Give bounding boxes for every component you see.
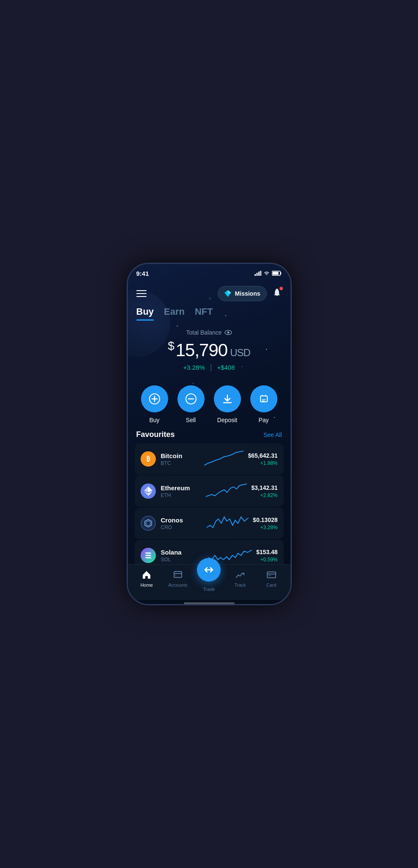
buy-button[interactable]: Buy bbox=[141, 385, 168, 423]
svg-marker-17 bbox=[144, 486, 148, 492]
notification-dot bbox=[280, 287, 283, 290]
btc-icon: ₿ bbox=[141, 451, 156, 467]
balance-change: +3.28% | +$408 bbox=[136, 363, 282, 372]
favourites-section: Favourites See All ₿ Bitcoin BTC bbox=[128, 430, 291, 564]
sol-icon bbox=[141, 548, 156, 563]
diamond-icon bbox=[224, 290, 232, 297]
cro-price: $0.13028 +3.28% bbox=[253, 516, 277, 530]
card-icon bbox=[266, 570, 277, 580]
crypto-item-cro[interactable]: Cronos CRO $0.13028 +3.28% bbox=[135, 508, 284, 539]
home-indicator bbox=[184, 602, 235, 604]
svg-marker-18 bbox=[148, 486, 152, 492]
nav-home-label: Home bbox=[141, 582, 153, 588]
phone-screen: 9:41 bbox=[128, 264, 291, 604]
nav-trade-label: Trade bbox=[203, 587, 215, 592]
home-icon bbox=[141, 570, 152, 580]
svg-rect-2 bbox=[258, 272, 260, 276]
cro-chart bbox=[207, 513, 249, 534]
balance-amount: $15,790USD bbox=[136, 339, 282, 360]
phone-frame: 9:41 bbox=[127, 263, 292, 605]
cro-name: Cronos bbox=[161, 516, 203, 524]
nav-accounts[interactable]: Accounts bbox=[166, 570, 190, 588]
hamburger-menu[interactable] bbox=[136, 290, 147, 297]
tab-earn[interactable]: Earn bbox=[164, 306, 185, 321]
header-right: Missions bbox=[218, 286, 282, 301]
tab-nft[interactable]: NFT bbox=[195, 306, 213, 321]
cro-icon bbox=[141, 516, 156, 531]
eth-info: Ethereum ETH bbox=[161, 484, 202, 498]
status-icons bbox=[255, 271, 282, 276]
svg-rect-1 bbox=[256, 273, 257, 276]
nav-track[interactable]: Track bbox=[228, 570, 252, 588]
sell-button[interactable]: Sell bbox=[177, 385, 205, 423]
svg-rect-5 bbox=[272, 272, 278, 275]
sol-price: $153.48 +0.59% bbox=[256, 549, 278, 563]
svg-rect-27 bbox=[267, 572, 276, 578]
tab-buy[interactable]: Buy bbox=[136, 306, 154, 321]
nav-trade[interactable]: Trade bbox=[197, 558, 221, 592]
percent-change: +3.28% bbox=[183, 364, 205, 371]
missions-label: Missions bbox=[235, 290, 260, 297]
sell-icon bbox=[185, 393, 197, 405]
svg-rect-23 bbox=[174, 571, 182, 577]
favourites-title: Favourites bbox=[136, 430, 175, 439]
eth-icon bbox=[141, 483, 156, 499]
eth-price: $3,142.31 +2.82% bbox=[251, 484, 277, 498]
svg-marker-20 bbox=[148, 492, 152, 496]
deposit-button[interactable]: Deposit bbox=[214, 385, 241, 423]
missions-button[interactable]: Missions bbox=[218, 286, 267, 301]
btc-info: Bitcoin BTC bbox=[161, 452, 200, 466]
btc-price: $65,642.31 +1.98% bbox=[248, 452, 277, 466]
bottom-nav: Home Accounts Trade bbox=[128, 564, 291, 600]
btc-symbol: BTC bbox=[161, 460, 200, 466]
sol-name: Solana bbox=[161, 549, 205, 556]
trade-icon bbox=[203, 564, 214, 575]
btc-name: Bitcoin bbox=[161, 452, 200, 459]
nav-home[interactable]: Home bbox=[135, 570, 158, 588]
crypto-item-btc[interactable]: ₿ Bitcoin BTC $65,642.31 +1.98% bbox=[135, 443, 284, 475]
pay-icon bbox=[258, 393, 270, 405]
status-time: 9:41 bbox=[136, 270, 149, 277]
accounts-icon bbox=[173, 570, 183, 580]
nav-card[interactable]: Card bbox=[260, 570, 283, 588]
deposit-icon bbox=[221, 393, 233, 405]
crypto-list: ₿ Bitcoin BTC $65,642.31 +1.98% bbox=[135, 443, 284, 564]
cro-info: Cronos CRO bbox=[161, 516, 203, 530]
nav-card-label: Card bbox=[266, 582, 277, 588]
svg-rect-3 bbox=[260, 271, 261, 276]
btc-chart bbox=[204, 448, 244, 470]
battery-icon bbox=[272, 271, 282, 276]
nav-track-label: Track bbox=[235, 582, 246, 588]
action-buttons: Buy Sell De bbox=[128, 379, 291, 430]
trade-button[interactable] bbox=[197, 558, 221, 582]
signal-icon bbox=[255, 271, 261, 276]
crypto-item-eth[interactable]: Ethereum ETH $3,142.31 +2.82% bbox=[135, 475, 284, 507]
amount-change: +$408 bbox=[217, 364, 235, 371]
svg-rect-0 bbox=[255, 274, 256, 276]
eth-chart bbox=[206, 481, 247, 502]
track-icon bbox=[235, 570, 245, 580]
svg-point-9 bbox=[227, 332, 229, 334]
svg-marker-19 bbox=[144, 492, 148, 496]
nav-accounts-label: Accounts bbox=[168, 582, 187, 588]
notification-button[interactable] bbox=[272, 288, 282, 299]
cro-symbol: CRO bbox=[161, 525, 203, 530]
balance-label: Total Balance bbox=[136, 329, 282, 336]
balance-section: Total Balance $15,790USD +3.28% | +$408 bbox=[128, 321, 291, 379]
wifi-icon bbox=[263, 271, 270, 276]
eth-symbol: ETH bbox=[161, 492, 202, 498]
status-bar: 9:41 bbox=[128, 264, 291, 283]
buy-icon bbox=[149, 393, 161, 405]
main-tabs: Buy Earn NFT bbox=[128, 306, 291, 321]
svg-marker-22 bbox=[146, 521, 150, 526]
favourites-header: Favourites See All bbox=[135, 430, 284, 439]
see-all-button[interactable]: See All bbox=[263, 431, 282, 438]
eye-icon bbox=[224, 330, 232, 335]
pay-button[interactable]: Pay bbox=[250, 385, 277, 423]
eth-name: Ethereum bbox=[161, 484, 202, 492]
header: Missions bbox=[128, 283, 291, 306]
